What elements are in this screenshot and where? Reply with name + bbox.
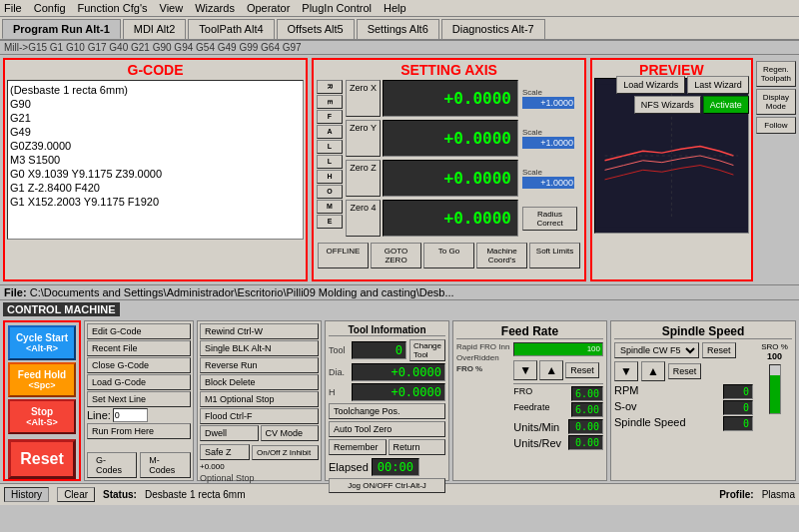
action-panel: Rewind Ctrl-W Single BLK Alt-N Reverse R… [197, 320, 322, 481]
ref-btn-l1[interactable]: L [317, 140, 343, 154]
gcode-line: G49 [10, 125, 301, 139]
menu-plugin-control[interactable]: PlugIn Control [302, 2, 372, 14]
spindle-cw-select[interactable]: Spindle CW F5 [614, 342, 699, 358]
soft-limits-btn[interactable]: Soft Limits [529, 243, 580, 268]
cycle-start-btn[interactable]: Cycle Start <Alt-R> [8, 325, 76, 360]
ref-btn-m[interactable]: M [317, 200, 343, 214]
single-blk-btn[interactable]: Single BLK Alt-N [200, 340, 319, 356]
tab-settings[interactable]: Settings Alt6 [357, 19, 439, 39]
stop-btn[interactable]: Stop <Alt-S> [8, 399, 76, 434]
ref-btn-e2[interactable]: E [317, 215, 343, 229]
feed-rate-panel: Feed Rate Rapid FRO Inn OverRidden FRO %… [452, 320, 607, 481]
menu-function-cfgs[interactable]: Function Cfg's [78, 2, 148, 14]
safe-z-btn[interactable]: Safe Z [200, 444, 250, 460]
status-value: Desbaste 1 recta 6mm [145, 489, 701, 500]
spindle-up-btn[interactable]: ▲ [641, 361, 665, 381]
fro-bar: 100 [513, 342, 603, 356]
machine-coords-btn[interactable]: Machine Coord's [476, 243, 527, 268]
rewind-btn[interactable]: Rewind Ctrl-W [200, 323, 319, 339]
remember-btn[interactable]: Remember [329, 439, 387, 455]
menu-file[interactable]: File [4, 2, 22, 14]
regen-toolpath-btn[interactable]: Regen.Toolpath [756, 61, 796, 87]
scale-z-input[interactable] [522, 177, 574, 189]
h-display: +0.0000 [352, 383, 445, 401]
to-go-btn[interactable]: To Go [423, 243, 474, 268]
y-axis-display: +0.0000 [383, 120, 518, 157]
load-gcode-btn[interactable]: Load G-Code [87, 374, 191, 390]
on-off-z-btn[interactable]: On/Off Z Inhibit [252, 445, 319, 460]
return-btn[interactable]: Return [389, 439, 446, 455]
offline-btn[interactable]: OFFLINE [318, 243, 369, 268]
spindle-reset-btn[interactable]: Reset [702, 342, 736, 358]
menu-view[interactable]: View [160, 2, 184, 14]
ref-btn-f[interactable]: F [317, 110, 343, 124]
fro-reset-btn[interactable]: Reset [565, 362, 599, 378]
activate-btn[interactable]: Activate [703, 96, 749, 114]
m1-optional-stop-btn[interactable]: M1 Optional Stop [200, 391, 319, 407]
display-mode-btn[interactable]: DisplayMode [756, 89, 796, 115]
block-delete-btn[interactable]: Block Delete [200, 374, 319, 390]
history-tab[interactable]: History [4, 487, 49, 502]
fro-down-btn[interactable]: ▼ [513, 360, 537, 380]
menu-config[interactable]: Config [34, 2, 66, 14]
nfs-wizards-btn[interactable]: NFS Wizards [634, 96, 701, 114]
x-axis-display: +0.0000 [383, 80, 518, 117]
tab-program-run[interactable]: Program Run Alt-1 [2, 19, 121, 39]
zero-z-btn[interactable]: Zero Z [346, 160, 381, 197]
zero-y-btn[interactable]: Zero Y [346, 120, 381, 157]
ref-btn-l2[interactable]: L [317, 155, 343, 169]
tab-mdi[interactable]: MDI Alt2 [123, 19, 187, 39]
reverse-run-btn[interactable]: Reverse Run [200, 357, 319, 373]
scale-y-input[interactable] [522, 137, 574, 149]
tab-diagnostics[interactable]: Diagnostics Alt-7 [441, 19, 545, 39]
load-wizards-btn[interactable]: Load Wizards [616, 76, 685, 94]
recent-file-btn[interactable]: Recent File [87, 340, 191, 356]
file-path: C:\Documents and Settings\Administrador\… [30, 286, 454, 298]
line-input[interactable] [113, 408, 148, 422]
cv-mode-btn[interactable]: CV Mode [261, 425, 320, 441]
dwell-btn[interactable]: Dwell [200, 425, 259, 441]
file-bar: File: C:\Documents and Settings\Administ… [0, 284, 799, 300]
close-gcode-btn[interactable]: Close G-Code [87, 357, 191, 373]
ref-btn-e[interactable]: E [317, 95, 343, 109]
menu-help[interactable]: Help [384, 2, 406, 14]
ref-btn-h[interactable]: H [317, 170, 343, 184]
goto-zero-btn[interactable]: GOTO ZERO [371, 243, 421, 268]
spindle-reset2-btn[interactable]: Reset [668, 363, 702, 379]
machine-control-btns: Cycle Start <Alt-R> Feed Hold <Spc> Stop… [3, 320, 81, 481]
scale-x-input[interactable] [522, 97, 574, 109]
edit-panel: Edit G-Code Recent File Close G-Code Loa… [84, 320, 194, 481]
ref-all-home-btn[interactable]: R [317, 80, 343, 94]
feed-hold-btn[interactable]: Feed Hold <Spc> [8, 362, 76, 397]
dia-label: Dia. [329, 367, 349, 377]
edit-gcode-btn[interactable]: Edit G-Code [87, 323, 191, 339]
toolchange-pos-btn[interactable]: Toolchange Pos. [329, 403, 445, 419]
menu-wizards[interactable]: Wizards [195, 2, 235, 14]
g-codes-btn[interactable]: G-Codes [87, 452, 137, 478]
menu-operator[interactable]: Operator [247, 2, 290, 14]
change-tool-btn[interactable]: ChangeTool [409, 339, 445, 361]
run-from-here-btn[interactable]: Run From Here [87, 423, 191, 439]
auto-tool-zero-btn[interactable]: Auto Tool Zero [329, 421, 445, 437]
jog-follow-btn[interactable]: Follow [756, 117, 796, 134]
spindle-down-btn[interactable]: ▼ [614, 361, 638, 381]
ref-btn-a[interactable]: A [317, 125, 343, 139]
optional-stop-label: Optional Stop [200, 473, 319, 483]
clear-tab[interactable]: Clear [57, 487, 95, 502]
reset-btn[interactable]: Reset [8, 439, 76, 479]
z-axis-display: +0.0000 [383, 160, 518, 197]
fro-up-btn[interactable]: ▲ [539, 360, 563, 380]
dia-display: +0.0000 [352, 363, 445, 381]
zero-4-btn[interactable]: Zero 4 [346, 200, 381, 237]
flood-btn[interactable]: Flood Ctrl-F [200, 408, 319, 424]
set-next-line-btn[interactable]: Set Next Line [87, 391, 191, 407]
radius-correct-btn[interactable]: Radius Correct [522, 207, 577, 231]
tab-offsets[interactable]: Offsets Alt5 [277, 19, 355, 39]
gcode-area[interactable]: (Desbaste 1 recta 6mm) G90 G21 G49 G0Z39… [7, 80, 304, 240]
m-codes-btn[interactable]: M-Codes [140, 452, 191, 478]
ref-btn-o[interactable]: O [317, 185, 343, 199]
tab-toolpath[interactable]: ToolPath Alt4 [188, 19, 274, 39]
gcode-line: G1 X152.2003 Y9.1175 F1920 [10, 195, 301, 209]
last-wizard-btn[interactable]: Last Wizard [687, 76, 749, 94]
zero-x-btn[interactable]: Zero X [346, 80, 381, 117]
